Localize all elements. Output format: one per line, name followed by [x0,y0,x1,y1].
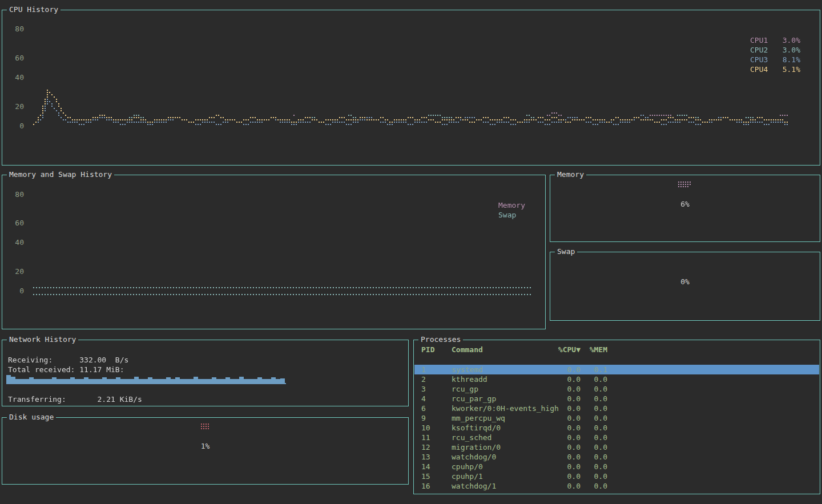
memory-percent: 6% [550,200,820,208]
process-mem: 0.0 [581,462,607,471]
receiving-line: Receiving: 332.00 B/s [8,355,128,365]
process-pid: 1 [421,365,452,374]
memory-swap-chart [2,175,545,329]
swap-percent: 0% [550,278,820,286]
cpu-legend-value: 5.1% [775,64,800,74]
process-cpu: 0.0 [550,471,581,481]
cpu-legend-name: CPU2 [750,45,775,55]
process-pid: 15 [421,471,452,481]
processes-title: Processes [418,335,463,344]
cpu-legend-name: CPU4 [750,64,775,74]
process-command: kworker/0:0H-events_high [452,404,550,413]
process-mem: 0.0 [581,394,607,404]
process-pid: 10 [421,423,452,433]
process-mem: 0.0 [581,442,607,452]
process-command: cpuhp/0 [452,462,550,471]
process-table: 1systemd0.00.12kthreadd0.00.03rcu_gp0.00… [414,365,819,491]
process-command: systemd [452,365,550,374]
cpu-legend-name: CPU1 [750,35,775,45]
process-row[interactable]: 2kthreadd0.00.0 [414,374,819,384]
cpu-legend-item: CPU13.0% [750,35,800,45]
memory-gauge-icon [550,181,820,191]
process-row[interactable]: 11rcu_sched0.00.0 [414,433,819,442]
cpu-legend-item: CPU23.0% [750,45,800,55]
network-history-panel: Network History Receiving: 332.00 B/s To… [2,340,409,406]
process-row[interactable]: 1systemd0.00.1 [414,365,819,374]
system-monitor-screen: CPU History 80 60 40 20 0 CPU13.0%CPU23.… [0,0,822,504]
cpu-legend-name: CPU3 [750,55,775,64]
disk-gauge-icon [2,423,408,433]
process-row[interactable]: 16watchdog/10.00.0 [414,481,819,491]
header-pid[interactable]: PID [421,345,452,354]
process-cpu: 0.0 [550,452,581,462]
process-command: watchdog/1 [452,481,550,491]
cpu-history-chart [2,10,820,165]
process-cpu: 0.0 [550,374,581,384]
process-command: rcu_par_gp [452,394,550,404]
header-mem[interactable]: %MEM [581,345,607,354]
process-mem: 0.0 [581,433,607,442]
process-mem: 0.0 [581,384,607,394]
cpu-legend-value: 8.1% [775,55,800,64]
process-row[interactable]: 12migration/00.00.0 [414,442,819,452]
transferring-line: Transferring: 2.21 KiB/s [8,394,142,404]
cpu-legend: CPU13.0%CPU23.0%CPU38.1%CPU45.1% [750,35,800,74]
memory-swap-legend: Memory Swap [498,200,525,220]
process-cpu: 0.0 [550,384,581,394]
process-command: cpuhp/1 [452,471,550,481]
process-row[interactable]: 15cpuhp/10.00.0 [414,471,819,481]
process-command: mm_percpu_wq [452,413,550,423]
process-row[interactable]: 4rcu_par_gp0.00.0 [414,394,819,404]
process-pid: 13 [421,452,452,462]
process-cpu: 0.0 [550,481,581,491]
process-cpu: 0.0 [550,442,581,452]
process-command: ksoftirqd/0 [452,423,550,433]
process-mem: 0.0 [581,374,607,384]
process-command: rcu_gp [452,384,550,394]
process-mem: 0.0 [581,471,607,481]
header-command[interactable]: Command [452,345,550,354]
process-pid: 2 [421,374,452,384]
process-row[interactable]: 6kworker/0:0H-events_high0.00.0 [414,404,819,413]
swap-panel-title: Swap [555,247,577,256]
process-cpu: 0.0 [550,404,581,413]
swap-legend-label: Swap [498,210,525,220]
cpu-history-panel: CPU History 80 60 40 20 0 CPU13.0%CPU23.… [2,10,820,166]
process-command: rcu_sched [452,433,550,442]
process-cpu: 0.0 [550,462,581,471]
swap-panel: Swap 0% [550,252,820,321]
cpu-legend-item: CPU38.1% [750,55,800,64]
process-row[interactable]: 9mm_percpu_wq0.00.0 [414,413,819,423]
process-mem: 0.0 [581,481,607,491]
memory-panel-title: Memory [555,170,586,179]
process-pid: 12 [421,442,452,452]
process-cpu: 0.0 [550,394,581,404]
process-cpu: 0.0 [550,433,581,442]
process-command: migration/0 [452,442,550,452]
total-received-line: Total received: 11.17 MiB: [8,365,124,374]
process-pid: 11 [421,433,452,442]
process-pid: 6 [421,404,452,413]
process-cpu: 0.0 [550,413,581,423]
process-row[interactable]: 14cpuhp/00.00.0 [414,462,819,471]
header-cpu-sort[interactable]: %CPU▼ [550,345,581,354]
process-mem: 0.1 [581,365,607,374]
disk-percent: 1% [2,442,408,450]
process-pid: 14 [421,462,452,471]
disk-usage-panel: Disk usage 1% [2,417,409,485]
process-cpu: 0.0 [550,423,581,433]
memory-swap-history-panel: Memory and Swap History 80 60 40 20 0 Me… [2,175,546,329]
process-mem: 0.0 [581,423,607,433]
process-command: kthreadd [452,374,550,384]
process-row[interactable]: 3rcu_gp0.00.0 [414,384,819,394]
disk-usage-title: Disk usage [7,413,56,422]
cpu-legend-item: CPU45.1% [750,64,800,74]
process-pid: 16 [421,481,452,491]
process-table-header: PID Command %CPU▼ %MEM [414,345,820,354]
cpu-legend-value: 3.0% [775,45,800,55]
processes-panel: Processes PID Command %CPU▼ %MEM 1system… [413,340,820,494]
process-cpu: 0.0 [550,365,581,374]
process-row[interactable]: 10ksoftirqd/00.00.0 [414,423,819,433]
process-mem: 0.0 [581,413,607,423]
process-row[interactable]: 13watchdog/00.00.0 [414,452,819,462]
